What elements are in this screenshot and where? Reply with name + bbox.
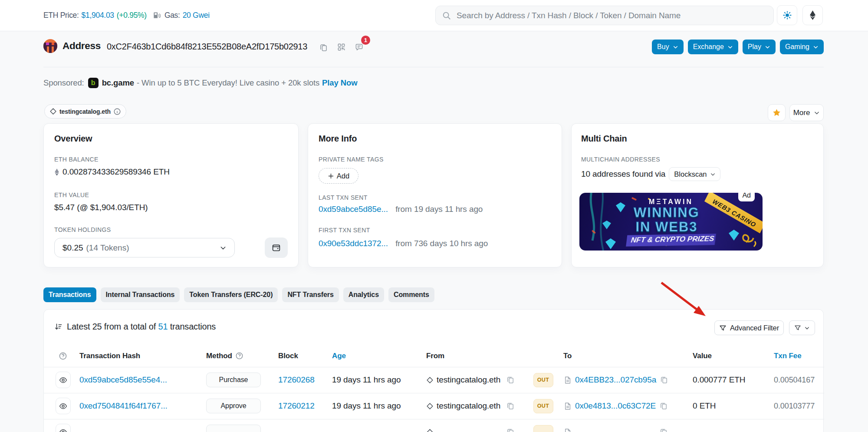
eth-value: $5.47 (@ $1,904.03/ETH) <box>54 202 288 213</box>
address-value: 0xC2F463b1Cd6b84f8213E552B08eA2fD175b029… <box>107 41 307 52</box>
help-icon[interactable] <box>59 352 79 360</box>
multichain-title: Multi Chain <box>581 132 814 145</box>
eth-balance-text: 0.002873433629589346 ETH <box>62 166 170 178</box>
direction-badge <box>533 425 553 432</box>
play-button[interactable]: Play <box>743 40 776 54</box>
preview-eye-button[interactable] <box>56 372 71 388</box>
favorite-star-button[interactable] <box>768 104 786 121</box>
to-address-link[interactable]: 0x0e4813...0c63C72E <box>575 401 656 411</box>
col-block: Block <box>278 345 332 367</box>
ethereum-icon <box>809 10 816 20</box>
sponsored-banner: Sponsored: b bc.game - Win up to 5 BTC E… <box>43 77 358 89</box>
summary-text: Latest 25 from a total of 51 transaction… <box>67 322 216 332</box>
tab-analytics[interactable]: Analytics <box>343 287 384 302</box>
from-name[interactable]: testingcatalog.eth <box>437 375 503 385</box>
address-avatar <box>43 39 57 53</box>
multichain-card: Multi Chain MULTICHAIN ADDRESSES 10 addr… <box>571 123 824 267</box>
tab-token-transfers[interactable]: Token Transfers (ERC-20) <box>184 287 278 302</box>
chevron-down-icon <box>814 110 820 116</box>
filter-icon <box>794 324 801 331</box>
preview-eye-button[interactable] <box>56 424 71 432</box>
qr-code-icon[interactable] <box>337 43 345 51</box>
col-label: To <box>563 352 572 360</box>
col-txn-fee[interactable]: Txn Fee <box>774 345 824 367</box>
tab-transactions[interactable]: Transactions <box>43 287 96 302</box>
overview-title: Overview <box>54 132 288 145</box>
txn-hash-link[interactable]: 0xed7504841f64f1767... <box>79 401 168 410</box>
first-txn-hash-link[interactable]: 0x90e53ddc1372... <box>319 239 388 248</box>
col-to: To <box>563 345 693 367</box>
txn-hash-link[interactable]: 0xd59abce5d85e55e4... <box>79 375 167 384</box>
copy-icon[interactable] <box>506 428 515 432</box>
metawin-ad-banner[interactable]: WEB3 CASINO MΞTAWIN WINNING IN WEB3 NFT … <box>579 193 763 251</box>
search-icon <box>442 11 451 20</box>
col-label[interactable]: Age <box>332 352 346 360</box>
copy-icon[interactable] <box>659 402 668 410</box>
transactions-table: Transaction Hash Method Block Age From T… <box>44 345 824 432</box>
network-button[interactable] <box>802 5 823 25</box>
preview-eye-button[interactable] <box>56 398 71 414</box>
eth-value-label: ETH VALUE <box>54 191 288 199</box>
filter-dropdown-button[interactable] <box>789 320 815 335</box>
ens-diamond-icon <box>426 402 434 410</box>
first-txn-sent-label: FIRST TXN SENT <box>319 226 551 234</box>
ad-headline-2: IN WEB3 <box>579 219 754 235</box>
col-from: From <box>426 345 523 367</box>
help-icon[interactable] <box>235 352 243 360</box>
plus-icon <box>328 173 334 179</box>
play-now-link[interactable]: Play Now <box>322 78 357 88</box>
chevron-down-icon <box>804 325 810 331</box>
token-holdings-select[interactable]: $0.25 (14 Tokens) <box>54 238 235 257</box>
block-link[interactable]: 17260212 <box>278 401 315 410</box>
to-address-link[interactable]: 0x4EBB23...027cb95a <box>575 375 656 385</box>
theme-toggle-button[interactable] <box>777 5 797 25</box>
from-name[interactable]: testingcatalog.eth <box>437 401 503 411</box>
wallet-button[interactable] <box>265 237 288 258</box>
advanced-filter-label: Advanced Filter <box>730 324 779 332</box>
col-label[interactable]: Txn Fee <box>774 352 802 360</box>
blockscan-select[interactable]: Blockscan <box>669 167 720 181</box>
tab-internal-transactions[interactable]: Internal Transactions <box>101 287 180 302</box>
advanced-filter-button[interactable]: Advanced Filter <box>714 320 784 335</box>
info-icon[interactable] <box>113 108 121 115</box>
table-header-row: Transaction Hash Method Block Age From T… <box>44 345 824 367</box>
comments-icon[interactable] <box>355 43 364 52</box>
eth-price-value[interactable]: $1,904.03 <box>82 11 114 20</box>
first-txn-time: from 736 days 10 hrs ago <box>395 239 488 248</box>
copy-icon[interactable] <box>506 376 515 384</box>
value-text: 0.000777 ETH <box>693 375 745 384</box>
multichain-addresses-label: MULTICHAIN ADDRESSES <box>581 155 814 164</box>
add-name-tag-button[interactable]: Add <box>319 168 358 184</box>
copy-icon[interactable] <box>659 428 668 432</box>
header-divider <box>43 67 824 67</box>
wallet-icon <box>272 243 281 252</box>
last-txn-sent-label: LAST TXN SENT <box>319 193 551 202</box>
last-txn-time: from 19 days 11 hrs ago <box>395 204 483 214</box>
buy-button[interactable]: Buy <box>652 40 684 54</box>
gas-value[interactable]: 20 Gwei <box>183 11 210 20</box>
ens-name-chip[interactable]: testingcatalog.eth <box>44 104 126 119</box>
total-count-link[interactable]: 51 <box>158 322 168 331</box>
block-link[interactable]: 17260268 <box>278 375 315 384</box>
last-txn-hash-link[interactable]: 0xd59abce5d85e... <box>319 204 388 214</box>
method-badge: Purchase <box>206 373 261 387</box>
tab-nft-transfers[interactable]: NFT Transfers <box>282 287 339 302</box>
col-direction <box>523 345 563 367</box>
sponsored-text: - Win up to 5 BTC Everyday! Live casino … <box>137 78 319 88</box>
copy-icon[interactable] <box>506 402 515 410</box>
copy-address-icon[interactable] <box>319 43 328 52</box>
tab-comments[interactable]: Comments <box>388 287 434 302</box>
gaming-button[interactable]: Gaming <box>780 40 824 54</box>
chevron-down-icon <box>727 44 733 50</box>
more-dropdown-button[interactable]: More <box>789 104 824 121</box>
exchange-button[interactable]: Exchange <box>688 40 738 54</box>
col-age[interactable]: Age <box>332 345 426 367</box>
more-info-title: More Info <box>319 132 551 145</box>
search-input[interactable] <box>457 11 767 20</box>
from-cell <box>426 428 523 432</box>
add-label: Add <box>337 172 349 180</box>
sort-icon <box>54 323 62 331</box>
copy-icon[interactable] <box>660 376 668 384</box>
gas-group: Gas: 20 Gwei <box>153 11 210 20</box>
ad-badge: Ad <box>738 193 755 201</box>
